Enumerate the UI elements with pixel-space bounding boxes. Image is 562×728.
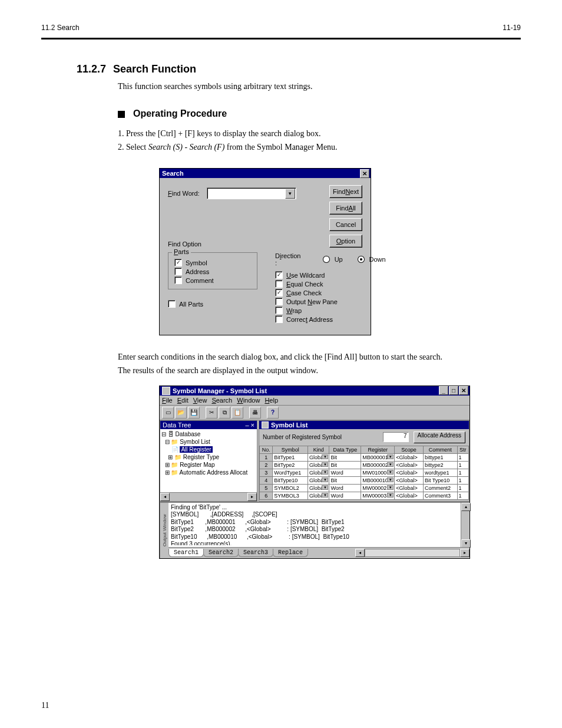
- page-footer: 11: [41, 701, 49, 710]
- col-datatype[interactable]: Data Type: [329, 446, 361, 453]
- toolbar-save-icon[interactable]: 💾: [188, 407, 200, 419]
- menu-search[interactable]: Search: [211, 397, 232, 404]
- toolbar: ▭ 📂 💾 ✂ ⧉ 📋 🖶 ?: [160, 406, 470, 420]
- chk-comment[interactable]: Comment: [174, 276, 251, 284]
- toolbar-paste-icon[interactable]: 📋: [232, 407, 243, 419]
- find-all-button[interactable]: Find All: [329, 202, 362, 215]
- data-tree[interactable]: ⊟ 🗄 Database ⊟ 📁 Symbol List 📄 All Regis…: [160, 429, 257, 492]
- cancel-button[interactable]: Cancel: [329, 218, 362, 231]
- scroll-right-icon[interactable]: ▸: [247, 493, 257, 501]
- maximize-icon[interactable]: □: [449, 386, 458, 395]
- registered-count-value: 7: [383, 432, 409, 442]
- col-kind[interactable]: Kind: [308, 446, 329, 453]
- section-text: Search Function: [113, 63, 196, 75]
- dropdown-icon[interactable]: ▼: [285, 189, 295, 199]
- chk-address[interactable]: Address: [174, 268, 251, 275]
- table-row: 3WordType1GlobalWordMW01000<Global>wordt…: [260, 469, 469, 476]
- intro-text: This function searches symbols using arb…: [118, 80, 521, 93]
- dialog-titlebar: Search ✕: [160, 169, 371, 178]
- rule: [41, 38, 521, 39]
- menu-view[interactable]: View: [193, 397, 207, 404]
- toolbar-cut-icon[interactable]: ✂: [206, 407, 217, 419]
- chk-all-parts[interactable]: All Parts: [168, 300, 257, 308]
- symbol-list-pane: Symbol List Number of Registered Symbol …: [259, 420, 470, 502]
- step-1-body: Press the [Ctrl] + [F] keys to display t…: [126, 129, 321, 138]
- mid-text-1: Enter search conditions in the search di…: [118, 351, 521, 364]
- parts-group: Parts ✓Symbol Address Comment: [168, 252, 257, 289]
- toolbar-help-icon[interactable]: ?: [267, 407, 279, 419]
- menu-help[interactable]: Help: [265, 397, 278, 404]
- menu-edit[interactable]: Edit: [177, 397, 189, 404]
- step-2-number: 2.: [118, 143, 124, 151]
- tab-search3[interactable]: Search3: [238, 549, 273, 557]
- toolbar-new-icon[interactable]: ▭: [162, 407, 174, 419]
- step-2-body: Select: [126, 143, 148, 151]
- radio-up[interactable]: [323, 256, 329, 263]
- mid-text-2: The results of the search are displayed …: [118, 364, 521, 377]
- chk-wildcard[interactable]: ✓Use Wildcard: [275, 271, 386, 279]
- direction-label: Direction :: [275, 252, 303, 266]
- window-title: Symbol Manager - Symbol List: [173, 387, 267, 394]
- table-row: 2BitType2GlobalBitMB000002<Global>bittyp…: [260, 461, 469, 469]
- chk-all-parts-label: All Parts: [179, 301, 203, 308]
- table-row: 5SYMBOL2GlobalWordMW00002<Global>Comment…: [260, 484, 469, 492]
- close-icon[interactable]: ✕: [459, 386, 468, 395]
- chk-address-label: Address: [186, 268, 209, 275]
- tab-search1[interactable]: Search1: [168, 549, 204, 557]
- toolbar-open-icon[interactable]: 📂: [175, 407, 187, 419]
- header-right: 11-19: [503, 24, 521, 32]
- scroll-left-icon[interactable]: ◂: [160, 493, 170, 501]
- tree-close-icon[interactable]: ×: [251, 421, 254, 429]
- menu-window[interactable]: Window: [237, 397, 260, 404]
- col-no[interactable]: No.: [260, 446, 273, 453]
- radio-up-label: Up: [335, 256, 343, 263]
- chk-case[interactable]: ✓Case Check: [275, 289, 386, 297]
- chk-equal[interactable]: Equal Check: [275, 280, 386, 288]
- symbol-grid[interactable]: No. Symbol Kind Data Type Register Scope…: [259, 446, 469, 500]
- menubar: File Edit View Search Window Help: [160, 396, 470, 406]
- output-content: Finding of 'BitType' ... [SYMBOL] ,[ADDR…: [168, 503, 470, 545]
- scroll-down-icon[interactable]: ▾: [461, 539, 471, 548]
- tab-replace[interactable]: Replace: [273, 549, 308, 557]
- tree-item-all-register[interactable]: All Register: [180, 446, 212, 453]
- table-row: 1BitType1GlobalBitMB000001<Global>bittyp…: [260, 453, 469, 461]
- chk-newpane[interactable]: Output New Pane: [275, 298, 386, 305]
- col-comment[interactable]: Comment: [424, 446, 458, 453]
- menu-file[interactable]: File: [162, 397, 173, 404]
- col-str[interactable]: Str: [457, 446, 468, 453]
- allocate-address-button[interactable]: Allocate Address: [414, 431, 466, 443]
- find-word-input[interactable]: ▼: [207, 187, 296, 199]
- registered-count-label: Number of Registered Symbol: [263, 434, 342, 440]
- parts-group-label: Parts: [172, 248, 191, 255]
- list-icon: [262, 421, 269, 429]
- col-register[interactable]: Register: [361, 446, 395, 453]
- tree-min-icon[interactable]: –: [245, 421, 249, 429]
- output-pane: Output Window Finding of 'BitType' ... […: [160, 502, 470, 558]
- find-next-button[interactable]: Find Next: [329, 185, 362, 198]
- app-icon: [162, 387, 170, 395]
- chk-symbol-label: Symbol: [186, 259, 207, 266]
- close-icon[interactable]: ✕: [360, 169, 369, 178]
- col-scope[interactable]: Scope: [395, 446, 424, 453]
- col-symbol[interactable]: Symbol: [273, 446, 308, 453]
- hscroll-left-icon[interactable]: ◂: [355, 549, 365, 557]
- operating-procedure-heading: Operating Procedure: [118, 108, 521, 119]
- chk-wrap[interactable]: Wrap: [275, 307, 386, 314]
- radio-down[interactable]: [358, 256, 364, 263]
- output-sidebar-label: Output Window: [160, 503, 168, 558]
- option-button[interactable]: Option: [329, 235, 362, 248]
- step-list: 1. Press the [Ctrl] + [F] keys to displa…: [118, 127, 521, 154]
- hscroll-right-icon[interactable]: ▸: [460, 549, 470, 557]
- data-tree-pane: Data Tree – × ⊟ 🗄 Database ⊟ 📁 Symbol Li…: [160, 420, 257, 502]
- tab-search2[interactable]: Search2: [203, 549, 239, 557]
- direction-group: Direction : Up Down: [275, 252, 386, 266]
- minimize-icon[interactable]: _: [439, 386, 448, 395]
- chk-correct[interactable]: Correct Address: [275, 315, 386, 323]
- scroll-up-icon[interactable]: ▴: [461, 503, 471, 511]
- toolbar-copy-icon[interactable]: ⧉: [219, 407, 230, 419]
- square-bullet-icon: [118, 111, 125, 118]
- chk-symbol[interactable]: ✓Symbol: [174, 259, 251, 266]
- step-2-tail: from the Symbol Manager Menu.: [224, 143, 337, 151]
- toolbar-print-icon[interactable]: 🖶: [249, 407, 261, 419]
- window-titlebar: Symbol Manager - Symbol List _ □ ✕: [160, 386, 470, 396]
